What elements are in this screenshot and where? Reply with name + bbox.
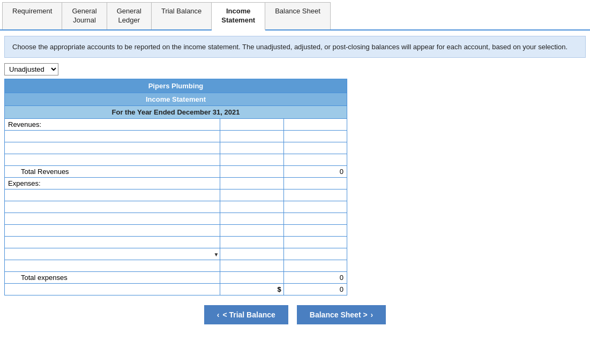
expense-mid-input-2[interactable] bbox=[223, 203, 280, 211]
expense-row-5 bbox=[5, 237, 347, 248]
expense-total-input-1[interactable] bbox=[287, 191, 343, 199]
expense-total-3[interactable] bbox=[283, 213, 347, 225]
expense-total-6[interactable] bbox=[283, 248, 347, 260]
table-company-row: Pipers Plumbing bbox=[5, 79, 347, 93]
revenues-mid-header bbox=[220, 119, 283, 131]
revenue-total-3[interactable] bbox=[283, 154, 347, 166]
net-income-account-input[interactable] bbox=[8, 285, 216, 293]
expense-account-5[interactable] bbox=[5, 237, 220, 248]
revenue-account-1[interactable] bbox=[5, 131, 220, 142]
expense-total-2[interactable] bbox=[283, 201, 347, 213]
prev-button[interactable]: ‹ < Trial Balance bbox=[204, 305, 288, 324]
total-expenses-label: Total expenses bbox=[5, 272, 220, 284]
next-arrow-icon: › bbox=[371, 310, 374, 319]
expense-total-input-7[interactable] bbox=[287, 262, 343, 270]
expense-mid-input-4[interactable] bbox=[223, 226, 280, 234]
expense-mid-2[interactable] bbox=[220, 201, 283, 213]
expense-account-input-7[interactable] bbox=[8, 262, 216, 270]
revenue-account-2[interactable] bbox=[5, 142, 220, 154]
expense-account-2[interactable] bbox=[5, 201, 220, 213]
expense-mid-input-7[interactable] bbox=[223, 262, 280, 270]
expense-account-7[interactable] bbox=[5, 260, 220, 272]
expense-mid-6[interactable] bbox=[220, 248, 283, 260]
expenses-section-row: Expenses: bbox=[5, 178, 347, 189]
expense-row-4 bbox=[5, 225, 347, 237]
total-revenues-value: 0 bbox=[283, 166, 347, 178]
revenue-total-input-2[interactable] bbox=[287, 144, 343, 152]
expense-mid-input-1[interactable] bbox=[223, 191, 280, 199]
revenue-account-input-1[interactable] bbox=[8, 132, 216, 140]
tab-balance-sheet[interactable]: Balance Sheet bbox=[265, 2, 331, 29]
total-revenues-row: Total Revenues 0 bbox=[5, 166, 347, 178]
revenues-section-row: Revenues: bbox=[5, 119, 347, 131]
expense-account-input-3[interactable] bbox=[8, 215, 216, 223]
expense-total-1[interactable] bbox=[283, 189, 347, 201]
expense-total-input-5[interactable] bbox=[287, 238, 343, 246]
expense-account-3[interactable] bbox=[5, 213, 220, 225]
total-expenses-mid bbox=[220, 272, 283, 284]
tab-general-journal[interactable]: GeneralJournal bbox=[62, 2, 107, 29]
expense-mid-5[interactable] bbox=[220, 237, 283, 248]
company-name: Pipers Plumbing bbox=[5, 79, 347, 93]
expense-account-input-6[interactable] bbox=[8, 250, 209, 258]
next-button[interactable]: Balance Sheet > › bbox=[297, 305, 386, 324]
revenues-total-header bbox=[283, 119, 347, 131]
revenues-label: Revenues: bbox=[5, 119, 220, 131]
expense-row-2 bbox=[5, 201, 347, 213]
tab-trial-balance[interactable]: Trial Balance bbox=[152, 2, 212, 29]
expense-total-4[interactable] bbox=[283, 225, 347, 237]
expense-account-4[interactable] bbox=[5, 225, 220, 237]
revenue-mid-input-1[interactable] bbox=[223, 132, 280, 140]
expense-row-1 bbox=[5, 189, 347, 201]
tab-income-statement[interactable]: IncomeStatement bbox=[212, 2, 265, 31]
expense-total-5[interactable] bbox=[283, 237, 347, 248]
period-dropdown[interactable]: Unadjusted Adjusted Post-closing bbox=[4, 63, 58, 75]
net-income-account[interactable] bbox=[5, 284, 220, 295]
expense-mid-7[interactable] bbox=[220, 260, 283, 272]
expense-mid-input-5[interactable] bbox=[223, 238, 280, 246]
total-revenues-mid bbox=[220, 166, 283, 178]
expense-row-7 bbox=[5, 260, 347, 272]
revenue-account-3[interactable] bbox=[5, 154, 220, 166]
income-statement-table-container: Pipers Plumbing Income Statement For the… bbox=[4, 79, 347, 295]
expense-account-input-5[interactable] bbox=[8, 238, 216, 246]
revenue-mid-2[interactable] bbox=[220, 142, 283, 154]
expense-mid-input-3[interactable] bbox=[223, 215, 280, 223]
revenue-mid-input-2[interactable] bbox=[223, 144, 280, 152]
revenue-mid-3[interactable] bbox=[220, 154, 283, 166]
expense-account-input-4[interactable] bbox=[8, 226, 216, 234]
table-period-row: For the Year Ended December 31, 2021 bbox=[5, 106, 347, 119]
expense-account-input-2[interactable] bbox=[8, 203, 216, 211]
tab-requirement[interactable]: Requirement bbox=[2, 2, 62, 29]
revenue-total-input-3[interactable] bbox=[287, 156, 343, 164]
expense-mid-3[interactable] bbox=[220, 213, 283, 225]
expense-total-input-6[interactable] bbox=[287, 250, 343, 258]
expense-mid-4[interactable] bbox=[220, 225, 283, 237]
tab-general-ledger[interactable]: GeneralLedger bbox=[107, 2, 152, 29]
expense-account-6[interactable]: ▼ bbox=[5, 248, 220, 260]
statement-period: For the Year Ended December 31, 2021 bbox=[5, 106, 347, 119]
expense-total-input-4[interactable] bbox=[287, 226, 343, 234]
expense-total-input-2[interactable] bbox=[287, 203, 343, 211]
prev-arrow-icon: ‹ bbox=[217, 310, 220, 319]
expense-mid-1[interactable] bbox=[220, 189, 283, 201]
expense-dropdown-arrow-icon[interactable]: ▼ bbox=[213, 251, 219, 257]
revenue-account-input-2[interactable] bbox=[8, 144, 216, 152]
expense-row-6: ▼ bbox=[5, 248, 347, 260]
prev-button-label: < Trial Balance bbox=[222, 310, 275, 319]
expense-mid-input-6[interactable] bbox=[223, 250, 280, 258]
revenue-row-1 bbox=[5, 131, 347, 142]
revenue-total-1[interactable] bbox=[283, 131, 347, 142]
expense-account-1[interactable] bbox=[5, 189, 220, 201]
revenue-total-2[interactable] bbox=[283, 142, 347, 154]
revenue-row-2 bbox=[5, 142, 347, 154]
revenue-mid-input-3[interactable] bbox=[223, 156, 280, 164]
revenue-account-input-3[interactable] bbox=[8, 156, 216, 164]
expense-row-3 bbox=[5, 213, 347, 225]
revenue-mid-1[interactable] bbox=[220, 131, 283, 142]
net-income-dollar: $ bbox=[220, 284, 283, 295]
expense-account-input-1[interactable] bbox=[8, 191, 216, 199]
revenue-total-input-1[interactable] bbox=[287, 132, 343, 140]
expense-total-input-3[interactable] bbox=[287, 215, 343, 223]
expense-total-7[interactable] bbox=[283, 260, 347, 272]
